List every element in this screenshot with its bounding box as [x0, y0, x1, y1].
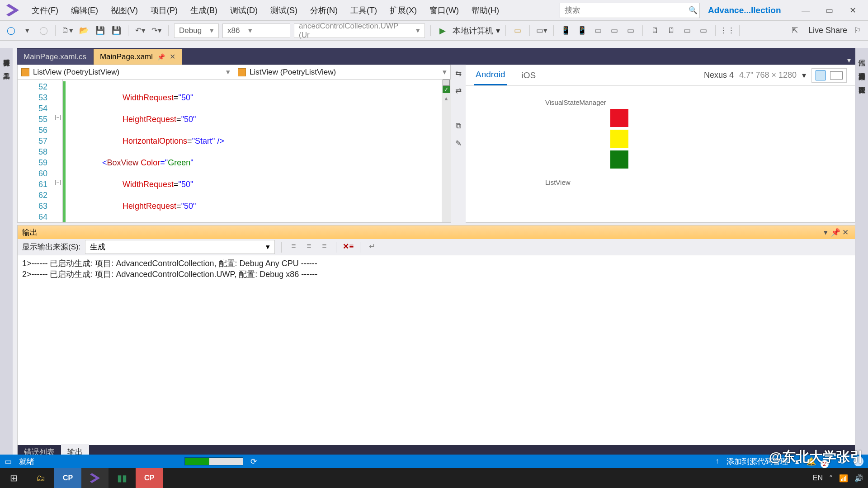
- tray-up-icon[interactable]: ˄: [829, 474, 833, 483]
- output-pin-icon[interactable]: 📌: [830, 228, 840, 237]
- save-all-button[interactable]: 💾: [110, 24, 123, 37]
- search-input[interactable]: [560, 6, 687, 15]
- device-icon-8[interactable]: ▭: [681, 24, 693, 37]
- fold-marker[interactable]: −: [55, 115, 61, 120]
- search-icon[interactable]: 🔍: [687, 6, 699, 14]
- output-source-select[interactable]: 生成▾: [85, 240, 275, 254]
- window-close-button[interactable]: ✕: [841, 2, 864, 19]
- app-icon-green[interactable]: ▮▮: [108, 468, 136, 488]
- menu-help[interactable]: 帮助(H): [472, 5, 499, 16]
- close-tab-icon[interactable]: ✕: [170, 52, 175, 61]
- config-combo[interactable]: Debug▾: [174, 23, 219, 38]
- device-icon-2[interactable]: 📱: [576, 24, 588, 37]
- menu-debug[interactable]: 调试(D): [230, 5, 258, 16]
- tray-network-icon[interactable]: 📶: [839, 474, 848, 483]
- undo-button[interactable]: ↶▾: [134, 24, 146, 37]
- device-icon-1[interactable]: 📱: [559, 24, 572, 37]
- code-body[interactable]: 52535455565758596061626364 − − WidthRequ…: [18, 80, 451, 222]
- tab-mainpage-cs[interactable]: MainPage.xaml.cs: [17, 49, 93, 65]
- tray-lang[interactable]: EN: [813, 474, 823, 482]
- platform-combo[interactable]: x86▾: [222, 23, 290, 38]
- liveshare-button[interactable]: Live Share: [808, 26, 847, 35]
- search-box[interactable]: 🔍: [560, 3, 700, 18]
- tab-mainpage-xaml[interactable]: MainPage.xaml 📌 ✕: [94, 49, 182, 65]
- menu-tools[interactable]: 工具(T): [350, 5, 377, 16]
- menu-edit[interactable]: 编辑(E): [71, 5, 98, 16]
- output-btn-2[interactable]: ≡: [303, 242, 314, 253]
- device-icon-3[interactable]: ▭: [592, 24, 604, 37]
- device-icon-5[interactable]: ▭: [624, 24, 637, 37]
- explorer-icon[interactable]: 🗂: [27, 468, 54, 488]
- output-clear-button[interactable]: ✕≡: [343, 242, 354, 253]
- watermark: @东北大学张引: [769, 448, 863, 466]
- app-icon-cp2[interactable]: CP: [136, 468, 163, 488]
- debug-target[interactable]: 本地计算机 ▾: [453, 25, 500, 36]
- output-btn-3[interactable]: ≡: [319, 242, 330, 253]
- nav-scope-right[interactable]: ListView (PoetryListView)▾: [234, 65, 451, 79]
- device-caret-icon[interactable]: ▾: [802, 70, 806, 80]
- new-item-button[interactable]: 🗎▾: [61, 24, 74, 37]
- device-icon-9[interactable]: ▭: [697, 24, 710, 37]
- rail-server-explorer[interactable]: 服务器资源管理器: [1, 52, 12, 57]
- rail-toolbox[interactable]: 工具箱: [1, 65, 12, 70]
- menu-test[interactable]: 测试(S): [270, 5, 297, 16]
- rail-solution-explorer[interactable]: 解决方案资源管理器: [857, 65, 867, 70]
- rail-properties[interactable]: 属性: [857, 52, 867, 57]
- open-button[interactable]: 📂: [77, 24, 90, 37]
- orientation-toggle[interactable]: [811, 68, 847, 83]
- window-minimize-button[interactable]: —: [794, 2, 817, 19]
- window-restore-button[interactable]: ▭: [817, 2, 841, 19]
- nav-forward-button[interactable]: ◯: [37, 24, 50, 37]
- tray-volume-icon[interactable]: 🔊: [854, 474, 863, 483]
- split-button[interactable]: [443, 80, 450, 86]
- landscape-icon[interactable]: [830, 71, 843, 80]
- redo-button[interactable]: ↷▾: [150, 24, 163, 37]
- swap-panes-icon[interactable]: ⇆: [452, 67, 465, 80]
- output-dropdown-icon[interactable]: ▾: [821, 228, 830, 237]
- output-wrap-button[interactable]: ↵: [367, 242, 377, 253]
- menu-view[interactable]: 视图(V): [111, 5, 138, 16]
- app-icon-vs[interactable]: [81, 468, 108, 488]
- menu-bar: 文件(F) 编辑(E) 视图(V) 项目(P) 生成(B) 调试(D) 测试(S…: [0, 0, 868, 21]
- device-icon-4[interactable]: ▭: [608, 24, 621, 37]
- liveshare-icon[interactable]: ⇱: [788, 24, 801, 37]
- save-button[interactable]: 💾: [94, 24, 106, 37]
- app-icon-cp[interactable]: CP: [54, 468, 81, 488]
- output-text[interactable]: 1>------ 已启动生成: 项目: AdvancedControlColle…: [18, 255, 855, 445]
- device-name[interactable]: Nexus 4: [704, 70, 734, 80]
- menu-build[interactable]: 生成(B): [190, 5, 217, 16]
- sync-icon[interactable]: ⇄: [452, 84, 465, 97]
- menu-project[interactable]: 项目(P): [151, 5, 178, 16]
- menu-file[interactable]: 文件(F): [32, 5, 58, 16]
- menu-analyze[interactable]: 分析(N): [310, 5, 338, 16]
- output-close-icon[interactable]: ✕: [840, 228, 850, 237]
- preview-tab-ios[interactable]: iOS: [520, 66, 538, 85]
- tool-icon-2[interactable]: ▭▾: [535, 24, 548, 37]
- solution-name[interactable]: Advance...llection: [708, 5, 785, 15]
- nav-back-button[interactable]: ◯: [5, 24, 17, 37]
- fold-marker[interactable]: −: [55, 180, 61, 185]
- device-icon-7[interactable]: 🖥: [665, 24, 677, 37]
- tabs-overflow-button[interactable]: ▾: [843, 56, 855, 65]
- start-debug-button[interactable]: ▶: [436, 24, 449, 37]
- pin-icon[interactable]: 📌: [157, 53, 165, 61]
- device-icon-10[interactable]: ⋮⋮: [721, 24, 734, 37]
- menu-window[interactable]: 窗口(W): [429, 5, 459, 16]
- scroll-up-icon[interactable]: ▲: [443, 93, 449, 102]
- start-button[interactable]: ⊞: [0, 468, 27, 488]
- startup-combo[interactable]: ancedControlCollection.UWP (Ur▾: [294, 23, 425, 38]
- preview-tab-android[interactable]: Android: [474, 65, 507, 85]
- nav-scope-left[interactable]: ListView (PoetryListView)▾: [18, 65, 234, 79]
- upload-icon[interactable]: ↑: [715, 457, 719, 466]
- editor-scrollbar[interactable]: ✓ ▲: [442, 80, 451, 222]
- code-text[interactable]: WidthRequest="50" HeightRequest="50" Hor…: [66, 80, 442, 222]
- rail-team-explorer[interactable]: 团队资源管理器: [857, 79, 867, 84]
- tool-icon-1[interactable]: ▭: [511, 24, 524, 37]
- device-icon-6[interactable]: 🖥: [648, 24, 661, 37]
- edit-icon[interactable]: ✎: [452, 137, 465, 150]
- menu-extensions[interactable]: 扩展(X): [390, 5, 417, 16]
- output-btn-1[interactable]: ≡: [288, 242, 299, 253]
- feedback-icon[interactable]: ⚐: [851, 24, 863, 37]
- pop-out-icon[interactable]: ⧉: [452, 120, 465, 132]
- portrait-icon[interactable]: [816, 70, 826, 80]
